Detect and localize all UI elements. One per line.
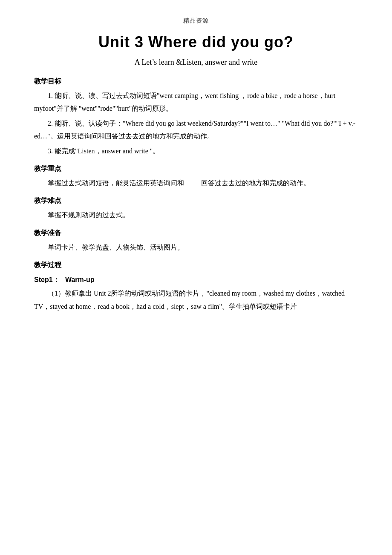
section-jiaoXueZhunBei: 教学准备 单词卡片、教学光盘、人物头饰、活动图片。: [34, 229, 358, 254]
section-jiaoXueZhongDian: 教学重点 掌握过去式动词短语，能灵活运用英语询问和回答过去去过的地方和完成的动作…: [34, 164, 358, 190]
watermark: 精品资源: [34, 17, 358, 25]
step1-subitem-1: （1）教师拿出 Unit 2所学的动词或动词短语的卡片，"cleaned my …: [34, 287, 358, 313]
item-3: 3. 能完成"Listen，answer and write "。: [34, 145, 358, 158]
step1-label: Step1：: [34, 276, 60, 283]
main-title: Unit 3 Where did you go?: [34, 33, 358, 51]
subtitle: A Let’s learn &Listen, answer and write: [34, 58, 358, 67]
section-jiaoXueMuBiao: 教学目标 1. 能听、说、读、写过去式动词短语"went camping，wen…: [34, 77, 358, 158]
nandian-content: 掌握不规则动词的过去式。: [34, 209, 358, 221]
zhunbei-content: 单词卡片、教学光盘、人物头饰、活动图片。: [34, 241, 358, 254]
step1-heading: Step1： Warm-up: [34, 276, 358, 285]
section-jiaoXueNanDian: 教学难点 掌握不规则动词的过去式。: [34, 196, 358, 221]
section-heading-2: 教学重点: [34, 164, 358, 173]
section-heading-3: 教学难点: [34, 196, 358, 205]
zhongdian-content: 掌握过去式动词短语，能灵活运用英语询问和回答过去去过的地方和完成的动作。: [34, 177, 358, 190]
item-1: 1. 能听、说、读、写过去式动词短语"went camping，went fis…: [34, 89, 358, 115]
section-heading-4: 教学准备: [34, 229, 358, 238]
step1-block: Step1： Warm-up （1）教师拿出 Unit 2所学的动词或动词短语的…: [34, 276, 358, 313]
section-jiaoXueGuoCheng: 教学过程: [34, 261, 358, 270]
section-heading-1: 教学目标: [34, 77, 358, 86]
step1-title: Warm-up: [65, 276, 95, 283]
section-heading-5: 教学过程: [34, 261, 358, 270]
item-2: 2. 能听、说、认读句子："Where did you go last week…: [34, 117, 358, 143]
